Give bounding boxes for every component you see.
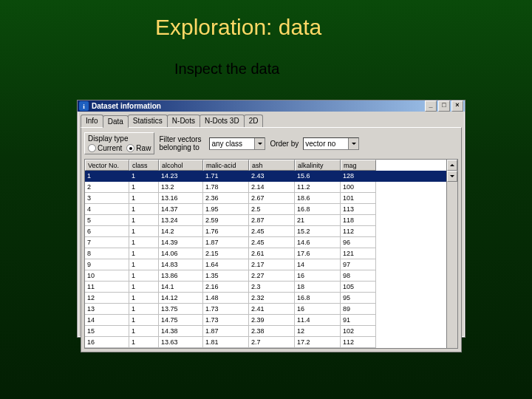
scroll-down-button[interactable]: [447, 171, 457, 182]
filter-value: any class: [211, 140, 242, 148]
col-header[interactable]: Vector No.: [85, 160, 129, 171]
cell: 2.3: [249, 282, 295, 293]
cell: 1: [85, 171, 129, 182]
cell: 14.75: [159, 315, 203, 326]
cell: 112: [341, 337, 376, 348]
grid-body[interactable]: 1114.231.712.4315.61282113.21.782.1411.2…: [85, 171, 446, 348]
col-header[interactable]: class: [129, 160, 159, 171]
cell: 1: [129, 259, 159, 270]
cell: 15: [85, 326, 129, 337]
cell: 14.38: [159, 326, 203, 337]
cell: 14.6: [295, 237, 341, 248]
cell: 89: [341, 304, 376, 315]
cell: 98: [341, 270, 376, 282]
table-row[interactable]: 12114.121.482.3216.895: [85, 293, 446, 304]
cell: 15.2: [295, 226, 341, 237]
col-header[interactable]: ash: [249, 160, 295, 171]
cell: 16: [295, 270, 341, 282]
cell: 16.8: [295, 204, 341, 215]
cell: 105: [341, 282, 376, 293]
cell: 1.87: [203, 326, 249, 337]
cell: 13.2: [159, 182, 203, 193]
cell: 2.15: [203, 248, 249, 259]
cell: 1: [129, 326, 159, 337]
table-row[interactable]: 9114.831.642.171497: [85, 259, 446, 270]
cell: 14: [85, 315, 129, 326]
cell: 13.63: [159, 337, 203, 348]
cell: 2.14: [249, 182, 295, 193]
vertical-scrollbar[interactable]: [446, 160, 457, 348]
table-row[interactable]: 1114.231.712.4315.6128: [85, 171, 446, 182]
table-row[interactable]: 4114.371.952.516.8113: [85, 204, 446, 215]
table-row[interactable]: 7114.391.872.4514.696: [85, 237, 446, 248]
cell: 2.41: [249, 304, 295, 315]
col-header[interactable]: malic-acid: [203, 160, 249, 171]
cell: 16: [85, 337, 129, 348]
table-row[interactable]: 3113.162.362.6718.6101: [85, 193, 446, 204]
table-row[interactable]: 6114.21.762.4515.2112: [85, 226, 446, 237]
display-type-label: Display type: [88, 134, 151, 143]
table-row[interactable]: 8114.062.152.6117.6121: [85, 248, 446, 259]
cell: 18: [295, 282, 341, 293]
table-row[interactable]: 2113.21.782.1411.2100: [85, 182, 446, 193]
table-row[interactable]: 5113.242.592.8721118: [85, 215, 446, 226]
radio-current-label: Current: [98, 144, 122, 152]
table-row[interactable]: 14114.751.732.3911.491: [85, 315, 446, 326]
cell: 4: [85, 204, 129, 215]
table-row[interactable]: 10113.861.352.271698: [85, 270, 446, 282]
cell: 2.45: [249, 226, 295, 237]
titlebar[interactable]: i Dataset information _ □ ×: [78, 100, 465, 112]
tab-info[interactable]: Info: [81, 115, 103, 127]
col-header[interactable]: alkalinity: [295, 160, 341, 171]
chevron-down-icon[interactable]: [348, 138, 358, 149]
table-row[interactable]: 11114.12.162.318105: [85, 282, 446, 293]
cell: 1: [129, 337, 159, 348]
col-header[interactable]: alcohol: [159, 160, 203, 171]
cell: 1: [129, 204, 159, 215]
cell: 112: [341, 226, 376, 237]
cell: 1: [129, 237, 159, 248]
cell: 13: [85, 304, 129, 315]
cell: 11.4: [295, 315, 341, 326]
cell: 2.61: [249, 248, 295, 259]
cell: 2.16: [203, 282, 249, 293]
filter-combo[interactable]: any class: [209, 137, 265, 150]
tab-2d[interactable]: 2D: [244, 115, 264, 127]
order-combo[interactable]: vector no: [303, 137, 359, 150]
tab-n-dots[interactable]: N-Dots: [167, 115, 200, 127]
col-header[interactable]: mag: [341, 160, 376, 171]
cell: 16: [295, 304, 341, 315]
tab-n-dots-3d[interactable]: N-Dots 3D: [200, 115, 245, 127]
table-row[interactable]: 15114.381.872.3812102: [85, 326, 446, 337]
minimize-button[interactable]: _: [425, 100, 437, 112]
scroll-up-button[interactable]: [447, 160, 457, 171]
cell: 2.87: [249, 215, 295, 226]
cell: 1: [129, 282, 159, 293]
cell: 2.5: [249, 204, 295, 215]
tab-data[interactable]: Data: [103, 115, 129, 128]
cell: 10: [85, 270, 129, 282]
cell: 2.43: [249, 171, 295, 182]
chevron-down-icon[interactable]: [254, 138, 265, 149]
cell: 1.64: [203, 259, 249, 270]
cell: 6: [85, 226, 129, 237]
table-row[interactable]: 16113.631.812.717.2112: [85, 337, 446, 348]
cell: 1: [129, 248, 159, 259]
cell: 13.16: [159, 193, 203, 204]
cell: 128: [341, 171, 376, 182]
radio-current[interactable]: Current: [88, 144, 122, 152]
close-button[interactable]: ×: [451, 100, 463, 112]
tab-statistics[interactable]: Statistics: [128, 115, 168, 127]
cell: 8: [85, 248, 129, 259]
cell: 13.24: [159, 215, 203, 226]
cell: 14.83: [159, 259, 203, 270]
cell: 100: [341, 182, 376, 193]
radio-raw[interactable]: Raw: [126, 144, 151, 152]
radio-raw-label: Raw: [136, 144, 151, 152]
order-label: Order by: [270, 140, 299, 148]
cell: 17.6: [295, 248, 341, 259]
cell: 1.87: [203, 237, 249, 248]
table-row[interactable]: 13113.751.732.411689: [85, 304, 446, 315]
cell: 14.1: [159, 282, 203, 293]
maximize-button[interactable]: □: [438, 100, 450, 112]
